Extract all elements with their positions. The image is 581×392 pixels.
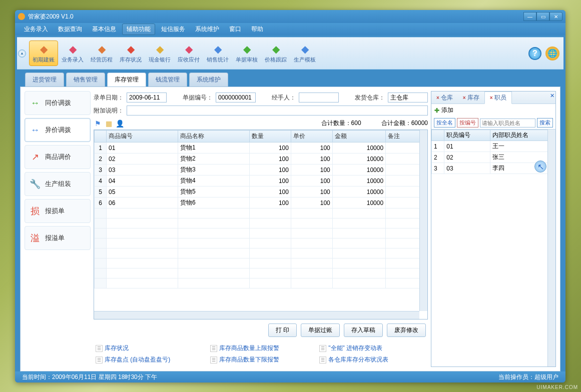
date-label: 录单日期： — [94, 94, 124, 102]
toolbar-btn-6[interactable]: ◆销售统计 — [203, 41, 232, 66]
content-area: ↔同价调拨↔异价调拨↗商品调价🔧生产组装损报损单溢报溢单 录单日期： 单据编号：… — [20, 86, 560, 372]
toolbar-btn-3[interactable]: ◆库存状况 — [116, 41, 145, 66]
sidebar-item-3[interactable]: 🔧生产组装 — [25, 172, 91, 196]
link-area: ☰库存状况☰库存盘点 (自动盘盈盘亏)☰库存商品数量上限报警☰库存商品数量下限报… — [94, 341, 428, 367]
handler-label: 经手人： — [272, 94, 296, 102]
rp-tab-2[interactable]: ×职员 — [484, 92, 512, 104]
link[interactable]: ☰库存商品数量上限报警 — [210, 344, 279, 352]
list-icon: ☰ — [96, 356, 103, 364]
menu-0[interactable]: 业务录入 — [20, 24, 52, 34]
toolbar-btn-0[interactable]: ◆初期建账 — [29, 40, 58, 66]
total-amt: 合计金额：60000 — [381, 119, 428, 128]
minimize-button[interactable]: — — [523, 12, 536, 21]
menu-5[interactable]: 系统维护 — [191, 24, 223, 34]
titlebar[interactable]: 管家婆2009 V1.0 — ▭ ✕ — [15, 10, 565, 23]
table-row[interactable]: 505货物510010010000 — [95, 186, 427, 198]
sidebar-item-5[interactable]: 溢报溢单 — [25, 226, 91, 250]
globe-icon[interactable]: 🌐 — [545, 46, 559, 60]
tab-2[interactable]: 库存管理 — [107, 72, 146, 86]
sidebar-item-4[interactable]: 损报损单 — [25, 199, 91, 223]
toolbar-btn-5[interactable]: ◆应收应付 — [174, 41, 203, 66]
list-icon: ☰ — [210, 345, 217, 352]
building2-icon[interactable]: ▦ — [105, 120, 113, 128]
right-panel: ✕ ×仓库×库存×职员 ✚添加 按全名 按编号 搜索 职员编号内部职员姓名101… — [431, 91, 556, 367]
right-panel-close-icon[interactable]: ✕ — [550, 92, 554, 99]
arrow-bubble-icon[interactable]: ↖ — [534, 160, 546, 172]
table-row[interactable]: 606货物610010010000 — [95, 198, 427, 208]
link[interactable]: ☰"全能" 进销存变动表 — [319, 344, 388, 352]
table-row[interactable]: 404货物410010010000 — [95, 176, 427, 186]
toolbar-btn-7[interactable]: ◆单据审核 — [232, 41, 261, 66]
menu-6[interactable]: 窗口 — [225, 24, 245, 34]
menu-7[interactable]: 帮助 — [247, 24, 267, 34]
main-panel: 录单日期： 单据编号： 经手人： 发货仓库： 附加说明： ⚑ ▦ 👤 — [94, 91, 428, 367]
app-window: 管家婆2009 V1.0 — ▭ ✕ 业务录入数据查询基本信息辅助功能短信服务系… — [15, 10, 565, 382]
post-button[interactable]: 单据过账 — [301, 324, 340, 337]
app-icon — [18, 13, 25, 20]
rp-tab-0[interactable]: ×仓库 — [431, 92, 458, 104]
right-panel-tabs: ×仓库×库存×职员 — [431, 92, 555, 104]
docno-label: 单据编号： — [183, 94, 213, 102]
note-input[interactable] — [127, 106, 428, 116]
link[interactable]: ☰库存盘点 (自动盘盈盘亏) — [96, 356, 170, 364]
date-input[interactable] — [127, 92, 167, 102]
sidebar-item-2[interactable]: ↗商品调价 — [25, 145, 91, 169]
grid-scrollbar-y[interactable] — [419, 130, 427, 311]
tab-0[interactable]: 进货管理 — [25, 72, 64, 86]
toolbar-btn-1[interactable]: ◆业务录入 — [58, 41, 87, 66]
list-icon: ☰ — [319, 345, 326, 352]
filter-byname-button[interactable]: 按全名 — [434, 118, 455, 128]
docno-input[interactable] — [216, 92, 256, 102]
toolbar-wrap: ▲ ◆初期建账◆业务录入◆经营历程◆库存状况◆现金银行◆应收应付◆销售统计◆单据… — [17, 37, 563, 70]
menu-4[interactable]: 短信服务 — [157, 24, 189, 34]
sidebar-item-1[interactable]: ↔异价调拨 — [25, 118, 91, 142]
person-icon[interactable]: 👤 — [116, 120, 124, 128]
menu-1[interactable]: 数据查询 — [54, 24, 86, 34]
add-button[interactable]: ✚添加 — [431, 104, 555, 116]
plus-icon: ✚ — [434, 107, 439, 114]
goods-grid[interactable]: 商品编号商品名称数量单价金额备注101货物110010010000202货物21… — [94, 130, 428, 320]
toolbar-collapse-toggle[interactable]: ▲ — [17, 38, 27, 69]
status-operator: 当前操作员：超级用户 — [498, 373, 558, 382]
table-row[interactable]: 303货物310010010000 — [95, 164, 427, 176]
link[interactable]: ☰库存状况 — [96, 344, 170, 352]
draft-button[interactable]: 存入草稿 — [344, 324, 383, 337]
tab-4[interactable]: 系统维护 — [189, 72, 228, 86]
search-input[interactable] — [480, 118, 535, 128]
search-button[interactable]: 搜索 — [537, 118, 553, 128]
toolbar-btn-8[interactable]: ◆价格跟踪 — [261, 41, 290, 66]
status-time: 当前时间：2009年06月11日 星期四 18时30分 下午 — [22, 373, 157, 382]
toolbar-btn-9[interactable]: ◆生产模板 — [290, 41, 319, 66]
print-button[interactable]: 打 印 — [268, 324, 297, 337]
window-title: 管家婆2009 V1.0 — [28, 12, 74, 21]
link[interactable]: ☰库存商品数量下限报警 — [210, 356, 279, 364]
maximize-button[interactable]: ▭ — [536, 12, 549, 21]
filter-bycode-button[interactable]: 按编号 — [457, 118, 478, 128]
menu-3[interactable]: 辅助功能 — [122, 24, 155, 35]
table-row[interactable]: 101货物110010010000 — [95, 142, 427, 154]
main-tabs: 进货管理销售管理库存管理钱流管理系统维护 — [25, 72, 563, 86]
list-icon: ☰ — [96, 345, 103, 352]
sidebar-item-0[interactable]: ↔同价调拨 — [25, 91, 91, 115]
toolbar: ◆初期建账◆业务录入◆经营历程◆库存状况◆现金银行◆应收应付◆销售统计◆单据审核… — [27, 38, 528, 69]
building1-icon[interactable]: ⚑ — [94, 120, 102, 128]
warehouse-input[interactable] — [388, 92, 428, 102]
table-row[interactable]: 101王一 — [432, 141, 555, 152]
link[interactable]: ☰各仓库库存分布状况表 — [319, 356, 388, 364]
toolbar-btn-2[interactable]: ◆经营历程 — [87, 41, 116, 66]
grid-scrollbar-x[interactable] — [94, 311, 419, 319]
toolbar-btn-4[interactable]: ◆现金银行 — [145, 41, 174, 66]
handler-input[interactable] — [299, 92, 339, 102]
help-icon[interactable]: ? — [528, 47, 541, 60]
close-button[interactable]: ✕ — [549, 12, 562, 21]
list-icon: ☰ — [319, 356, 326, 364]
rp-tab-1[interactable]: ×库存 — [458, 92, 484, 104]
table-row[interactable]: 202货物210010010000 — [95, 154, 427, 164]
tab-1[interactable]: 销售管理 — [66, 72, 105, 86]
menu-2[interactable]: 基本信息 — [88, 24, 120, 34]
discard-button[interactable]: 废弃修改 — [387, 324, 426, 337]
tab-3[interactable]: 钱流管理 — [148, 72, 187, 86]
rp-scrollbar-y[interactable] — [547, 130, 555, 366]
staff-grid[interactable]: 职员编号内部职员姓名101王一202张三303李四 ↖ — [431, 129, 555, 366]
watermark: UIMAKER.COM — [536, 384, 578, 390]
